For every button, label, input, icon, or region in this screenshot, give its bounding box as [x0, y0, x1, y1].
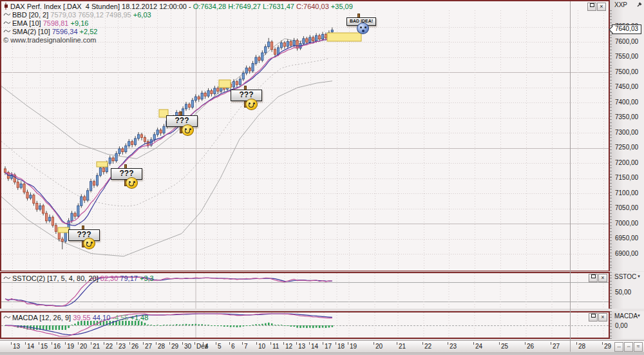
date-label: 11 [272, 343, 279, 350]
legend-text: O:7634,28 [193, 3, 228, 10]
maximize-button[interactable] [589, 313, 598, 321]
price-label: 7600,00 [615, 38, 638, 45]
legend-text: H:7649,27 [228, 3, 263, 10]
yellow-smiley-icon[interactable] [126, 177, 138, 189]
yellow-smiley-icon[interactable] [83, 238, 95, 249]
zoom-tool-button[interactable]: ↔ [614, 342, 623, 352]
price-label: 7100,00 [615, 189, 638, 197]
date-tick [348, 342, 348, 345]
maximize-button[interactable] [587, 3, 596, 11]
date-label: 27 [553, 343, 560, 350]
date-label: 14 [27, 343, 34, 350]
date-label: 19 [350, 343, 357, 350]
date-tick [242, 342, 243, 345]
maximize-button[interactable] [589, 274, 598, 282]
close-button[interactable]: × [597, 3, 606, 11]
legend-text: © www.tradesignalonline.com [3, 36, 96, 44]
macd-axis-label[interactable]: MACDA [614, 312, 638, 320]
date-label: 13 [13, 343, 20, 350]
price-label: 7500,00 [615, 68, 638, 75]
date-tick [91, 342, 91, 345]
axis-symbol-label[interactable]: XXP [614, 1, 627, 8]
close-button[interactable]: × [598, 313, 607, 321]
date-label: 25 [501, 343, 508, 350]
sstoc-axis-label[interactable]: SSTOC [614, 273, 636, 280]
date-label: 5 [218, 343, 222, 350]
date-label: 21 [399, 343, 406, 350]
price-label: 7350,00 [615, 113, 638, 120]
legend-row[interactable]: DAX Perf. Index [.DAX 4 Stunden] 18.12.2… [3, 2, 353, 10]
legend-row[interactable]: SSTOC(2) [17, 5, 4, 80, 20] 82,30 79,17 … [3, 274, 154, 282]
date-label: 4 [205, 343, 209, 350]
legend-row[interactable]: BBD [20, 2] 7579,03 7659,12 7498,95 +6,0… [3, 10, 353, 19]
macd-axis-ticks [610, 311, 612, 339]
legend-row[interactable]: SMA(2) [10] 7596,34 +2,52 [3, 27, 353, 35]
date-label: 26 [527, 343, 534, 350]
close-button[interactable]: × [598, 274, 607, 282]
legend-text: +3,3 [140, 274, 154, 282]
date-label: 29 [171, 343, 178, 350]
wave-icon [3, 20, 11, 26]
legend-text: SMA(2) [10] [12, 28, 52, 35]
chevron-down-icon[interactable]: ▼ [637, 274, 641, 278]
legend-row[interactable]: EMA [10] 7598,81 +9,16 [3, 19, 353, 27]
date-label: 20 [375, 343, 383, 350]
legend-text: SSTOC(2) [17, 5, 4, 80, 20] [12, 274, 100, 282]
zoom-tool-button[interactable]: ⇔ [624, 342, 633, 352]
question-sign[interactable]: ??? [166, 115, 198, 127]
sstoc-panel[interactable]: SSTOC(2) [17, 5, 4, 80, 20] 82,30 79,17 … [0, 272, 610, 309]
date-tick [182, 342, 183, 345]
date-tick [296, 342, 297, 345]
legend-text: 82,30 [100, 274, 120, 282]
legend-text: 7579,03 7659,12 7498,95 [50, 11, 133, 19]
date-label: 16 [53, 343, 61, 350]
yellow-smiley-icon[interactable] [182, 124, 194, 136]
macd-panel[interactable]: MACDA [12, 26, 9] 39,55 44,10 -4,55 +1,4… [0, 311, 610, 339]
macd-axis[interactable]: MACDA ▼ 0,00 [610, 311, 644, 339]
crosshair-line [570, 1, 571, 352]
sstoc-window-buttons: × [589, 274, 607, 282]
price-label: 6950,00 [615, 235, 638, 242]
wave-icon [3, 275, 11, 281]
chevron-down-icon[interactable]: ▼ [637, 314, 641, 318]
date-label: 21 [93, 343, 100, 350]
instrument-icon [3, 3, 9, 10]
question-sign[interactable]: ??? [231, 90, 262, 101]
price-label: 7250,00 [615, 144, 638, 151]
last-price-pointer: 7640,03 [612, 24, 641, 34]
date-tick [336, 342, 336, 345]
zoom-tool-button[interactable]: ≈ [634, 342, 643, 352]
date-tick [283, 342, 284, 345]
date-label: 14 [311, 343, 318, 350]
yellow-smiley-icon[interactable] [245, 99, 258, 110]
price-label: 7300,00 [615, 129, 638, 136]
sma-line [5, 37, 332, 225]
main-chart-panel[interactable]: DAX Perf. Index [.DAX 4 Stunden] 18.12.2… [0, 0, 610, 271]
date-tick [143, 342, 144, 345]
date-tick [397, 342, 397, 345]
sstoc-axis[interactable]: SSTOC ▼ 50,00 [610, 272, 644, 309]
date-tick [129, 342, 130, 345]
date-tick [25, 342, 26, 345]
blue-smiley-icon[interactable] [357, 23, 369, 34]
time-axis[interactable]: 1314151619202122232627282930Dez456710111… [0, 340, 644, 353]
wave-icon [3, 28, 11, 34]
pin-icon[interactable] [636, 1, 643, 8]
date-label: 26 [131, 343, 138, 350]
sstoc-axis-ticks [610, 272, 612, 309]
legend-row[interactable]: © www.tradesignalonline.com [3, 35, 353, 44]
legend-text: L:7631,47 [263, 3, 296, 10]
legend-row[interactable]: MACDA [12, 26, 9] 39,55 44,10 -4,55 +1,4… [3, 313, 148, 321]
date-label: 15 [41, 343, 48, 350]
legend-text: 7598,81 [43, 19, 71, 27]
date-label: 27 [145, 343, 152, 350]
date-label: 6 [231, 343, 235, 350]
date-tick [78, 342, 79, 345]
date-tick [156, 342, 156, 345]
price-label: 7150,00 [615, 174, 638, 181]
price-label: 7200,00 [615, 159, 638, 166]
sstoc-legend: SSTOC(2) [17, 5, 4, 80, 20] 82,30 79,17 … [3, 274, 154, 282]
question-sign[interactable]: ??? [111, 168, 142, 180]
sstoc-tick-label: 50,00 [615, 289, 631, 296]
price-axis[interactable]: XXP 7650,007600,007550,007500,007450,007… [610, 0, 644, 271]
